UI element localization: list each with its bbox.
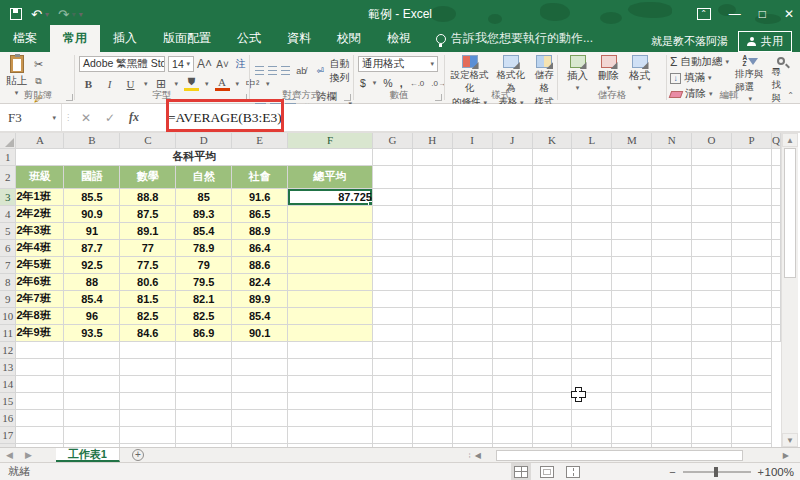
cell-H17[interactable] [372,426,412,443]
cell-E14[interactable] [176,375,232,392]
cell-Q11[interactable] [771,324,780,341]
cell-K8[interactable] [532,273,572,290]
column-header-H[interactable]: H [412,133,452,148]
cell-O15[interactable] [652,392,692,409]
cell-C16[interactable] [64,409,120,426]
column-header-M[interactable]: M [612,133,652,148]
cell-F12[interactable] [232,341,288,358]
row-header-2[interactable]: 2 [0,165,16,188]
cell-F3-selected[interactable]: 87.725 [288,188,373,205]
tab-檢視[interactable]: 檢視 [374,25,424,52]
undo-caret-icon[interactable]: ▾ [45,10,49,19]
cell-Q10[interactable] [771,307,780,324]
cell-F6[interactable] [288,239,373,256]
align-middle-icon[interactable] [268,66,277,76]
cell-O12[interactable] [652,341,692,358]
cell-G12[interactable] [288,341,373,358]
format-cells-button[interactable]: 格式▾ [629,55,650,92]
cell-L8[interactable] [572,273,612,290]
cell-K5[interactable] [532,222,572,239]
cell-J2[interactable] [492,165,532,188]
cell-P2[interactable] [732,165,772,188]
cell-N15[interactable] [612,392,652,409]
column-header-E[interactable]: E [232,133,288,148]
cell-I11[interactable] [452,324,492,341]
redo-icon[interactable]: ↷ [58,7,69,22]
name-box-caret-icon[interactable]: ▾ [52,114,56,122]
row-header-13[interactable]: 13 [0,358,16,375]
cell-P15[interactable] [692,392,732,409]
tab-資料[interactable]: 資料 [274,25,324,52]
cell-N6[interactable] [652,239,692,256]
new-sheet-icon[interactable]: + [132,449,144,461]
cell-D2[interactable]: 自然 [176,165,232,188]
normal-view-icon[interactable] [514,466,528,478]
cell-F9[interactable] [288,290,373,307]
column-header-P[interactable]: P [732,133,772,148]
cell-D14[interactable] [120,375,176,392]
tab-版面配置[interactable]: 版面配置 [150,25,224,52]
cell-Q17[interactable] [732,426,772,443]
cell-J6[interactable] [492,239,532,256]
cell-D6[interactable]: 78.9 [176,239,232,256]
cell-I17[interactable] [412,426,452,443]
cell-P6[interactable] [732,239,772,256]
cell-Q3[interactable] [771,188,780,205]
cell-B5[interactable]: 91 [64,222,120,239]
cell-F13[interactable] [232,358,288,375]
cell-O17[interactable] [652,426,692,443]
cell-F17[interactable] [232,426,288,443]
row-header-11[interactable]: 11 [0,324,16,341]
cell-A6[interactable]: 2年4班 [16,239,64,256]
user-name[interactable]: 就是教不落阿湯 [651,34,728,49]
cell-K14[interactable] [492,375,532,392]
cell-J17[interactable] [452,426,492,443]
collapse-ribbon-icon[interactable]: ⌃ [787,91,794,100]
cell-P9[interactable] [732,290,772,307]
cell-O2[interactable] [692,165,732,188]
cell-L9[interactable] [572,290,612,307]
cell-P5[interactable] [732,222,772,239]
cell-D9[interactable]: 82.1 [176,290,232,307]
cell-B6[interactable]: 87.7 [64,239,120,256]
cell-P11[interactable] [732,324,772,341]
column-header-L[interactable]: L [572,133,612,148]
cell-K4[interactable] [532,205,572,222]
cell-L16[interactable] [532,409,572,426]
cell-B17[interactable] [16,426,64,443]
cell-I6[interactable] [452,239,492,256]
row-header-10[interactable]: 10 [0,307,16,324]
fill-button[interactable]: ↓ 填滿▾ [670,71,729,85]
cell-L14[interactable] [532,375,572,392]
cell-C14[interactable] [64,375,120,392]
cell-B11[interactable]: 93.5 [64,324,120,341]
cell-P17[interactable] [692,426,732,443]
number-dialog-launcher-icon[interactable] [435,94,442,101]
cell-E12[interactable] [176,341,232,358]
column-header-J[interactable]: J [492,133,532,148]
cell-K11[interactable] [532,324,572,341]
cell-K15[interactable] [492,392,532,409]
cell-H12[interactable] [372,341,412,358]
cell-J12[interactable] [452,341,492,358]
cell-J5[interactable] [492,222,532,239]
row-header-3[interactable]: 3 [0,188,16,205]
confirm-entry-icon[interactable]: ✓ [98,111,122,125]
column-header-C[interactable]: C [120,133,176,148]
column-header-N[interactable]: N [652,133,692,148]
tell-me-box[interactable]: 告訴我您想要執行的動作... [436,30,593,52]
cell-L10[interactable] [572,307,612,324]
currency-icon[interactable]: $ [360,77,366,89]
cell-F8[interactable] [288,273,373,290]
column-header-G[interactable]: G [372,133,412,148]
cell-G5[interactable] [372,222,412,239]
cell-H15[interactable] [372,392,412,409]
cell-L1[interactable] [572,148,612,165]
cell-I10[interactable] [452,307,492,324]
cell-I4[interactable] [452,205,492,222]
page-break-view-icon[interactable] [566,466,580,478]
cell-H14[interactable] [372,375,412,392]
cell-L17[interactable] [532,426,572,443]
cell-H1[interactable] [412,148,452,165]
cell-B15[interactable] [16,392,64,409]
